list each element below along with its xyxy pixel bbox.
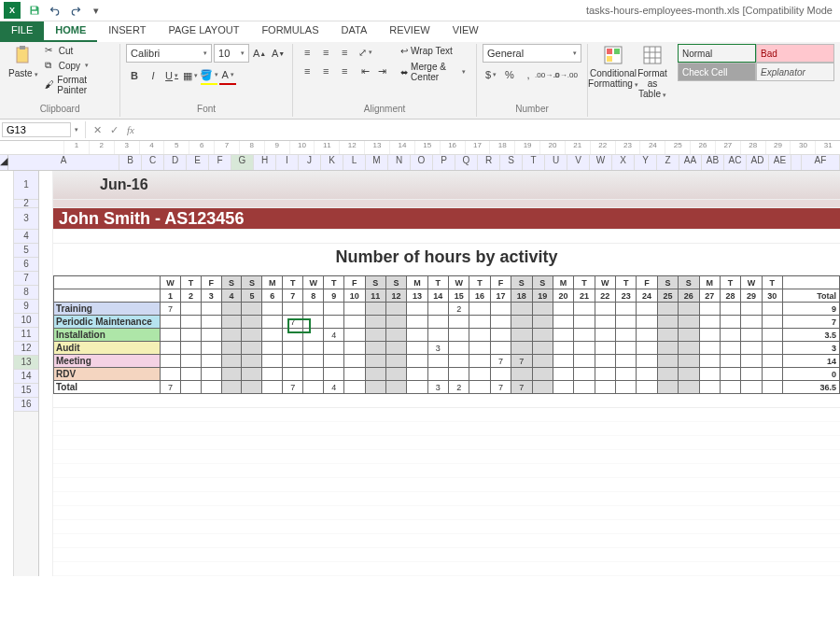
col-header-AC[interactable]: AC <box>724 155 747 170</box>
col-header-H[interactable]: H <box>254 155 276 170</box>
align-right-button[interactable]: ≡ <box>336 63 353 79</box>
row-header-16[interactable]: 16 <box>14 398 38 412</box>
cut-button[interactable]: ✂Cut <box>43 44 114 57</box>
align-middle-button[interactable]: ≡ <box>317 44 334 61</box>
paste-button[interactable]: Paste▾ <box>6 44 41 78</box>
row-header-13[interactable]: 13 <box>14 356 38 370</box>
col-header-L[interactable]: L <box>343 155 366 170</box>
col-header-AE[interactable]: AE <box>769 155 791 170</box>
col-header-T[interactable]: T <box>523 155 545 170</box>
decrease-decimal-button[interactable]: .0→.00 <box>557 66 574 83</box>
tab-page-layout[interactable]: PAGE LAYOUT <box>157 21 250 42</box>
row-header-8[interactable]: 8 <box>14 286 38 300</box>
col-header-AB[interactable]: AB <box>702 155 724 170</box>
col-header-D[interactable]: D <box>164 155 187 170</box>
align-bottom-button[interactable]: ≡ <box>336 44 353 61</box>
merge-center-button[interactable]: ⬌Merge & Center▾ <box>396 60 470 84</box>
name-box[interactable] <box>2 122 71 137</box>
col-header-V[interactable]: V <box>567 155 590 170</box>
col-header-E[interactable]: E <box>187 155 209 170</box>
grow-font-button[interactable]: A▲ <box>251 45 268 62</box>
col-header-N[interactable]: N <box>388 155 411 170</box>
currency-button[interactable]: $▾ <box>483 66 499 83</box>
col-header-AA[interactable]: AA <box>679 155 702 170</box>
italic-button[interactable]: I <box>145 67 161 84</box>
col-header-P[interactable]: P <box>433 155 455 170</box>
row-header-1[interactable]: 1 <box>14 171 38 200</box>
percent-button[interactable]: % <box>501 66 518 83</box>
col-header-Z[interactable]: Z <box>657 155 679 170</box>
conditional-formatting-button[interactable]: ConditionalFormatting▾ <box>594 44 633 89</box>
redo-icon[interactable] <box>67 2 84 19</box>
col-header-J[interactable]: J <box>299 155 321 170</box>
enter-formula-icon[interactable]: ✓ <box>105 124 122 136</box>
row-header-10[interactable]: 10 <box>14 314 38 328</box>
fx-icon[interactable]: fx <box>122 124 139 135</box>
tab-file[interactable]: FILE <box>0 21 44 42</box>
tab-home[interactable]: HOME <box>44 21 97 42</box>
undo-icon[interactable] <box>47 2 63 19</box>
tab-insert[interactable]: INSERT <box>97 21 157 42</box>
align-top-button[interactable]: ≡ <box>299 44 315 61</box>
font-color-button[interactable]: A▾ <box>219 66 236 85</box>
formula-input[interactable] <box>139 123 840 136</box>
row-header-5[interactable]: 5 <box>14 244 38 258</box>
tab-view[interactable]: VIEW <box>441 21 490 42</box>
col-header-K[interactable]: K <box>321 155 343 170</box>
row-header-2[interactable]: 2 <box>14 200 38 208</box>
align-left-button[interactable]: ≡ <box>299 63 315 79</box>
col-header-AD[interactable]: AD <box>747 155 769 170</box>
col-header-[interactable] <box>791 155 802 170</box>
font-name-combo[interactable]: Calibri▾ <box>126 44 212 63</box>
orientation-button[interactable]: ⤢▾ <box>357 44 373 61</box>
col-header-A[interactable]: A <box>8 155 119 170</box>
cancel-formula-icon[interactable]: ✕ <box>89 124 105 136</box>
tab-data[interactable]: DATA <box>330 21 379 42</box>
row-header-6[interactable]: 6 <box>14 258 38 272</box>
row-header-12[interactable]: 12 <box>14 342 38 356</box>
align-center-button[interactable]: ≡ <box>317 63 334 79</box>
row-header-9[interactable]: 9 <box>14 300 38 314</box>
fill-color-button[interactable]: 🪣▾ <box>201 66 217 85</box>
col-header-B[interactable]: B <box>119 155 142 170</box>
col-header-F[interactable]: F <box>209 155 231 170</box>
col-header-M[interactable]: M <box>366 155 388 170</box>
cell-style-normal[interactable]: Normal <box>678 44 756 63</box>
col-header-R[interactable]: R <box>478 155 500 170</box>
cell-style-check[interactable]: Check Cell <box>678 63 756 81</box>
save-icon[interactable] <box>26 2 43 19</box>
col-header-W[interactable]: W <box>590 155 612 170</box>
col-header-Y[interactable]: Y <box>635 155 657 170</box>
select-all-corner[interactable]: ◢ <box>0 155 8 171</box>
col-header-U[interactable]: U <box>545 155 567 170</box>
wrap-text-button[interactable]: ↩Wrap Text <box>396 44 470 58</box>
row-header-14[interactable]: 14 <box>14 370 38 384</box>
col-header-Q[interactable]: Q <box>455 155 478 170</box>
col-header-S[interactable]: S <box>500 155 523 170</box>
col-header-AF[interactable]: AF <box>802 155 840 170</box>
row-header-4[interactable]: 4 <box>14 230 38 244</box>
font-size-combo[interactable]: 10▾ <box>214 44 249 63</box>
format-as-table-button[interactable]: Format asTable▾ <box>633 44 672 99</box>
row-header-15[interactable]: 15 <box>14 384 38 398</box>
qat-dropdown-icon[interactable]: ▾ <box>88 2 105 19</box>
name-box-dropdown-icon[interactable]: ▾ <box>75 126 78 134</box>
worksheet[interactable]: Jun-16 John Smith - AS123456 Number of h… <box>53 171 840 576</box>
col-header-X[interactable]: X <box>612 155 635 170</box>
col-header-I[interactable]: I <box>276 155 299 170</box>
format-painter-button[interactable]: 🖌Format Painter <box>43 74 114 96</box>
col-header-G[interactable]: G <box>231 155 254 170</box>
underline-button[interactable]: U▾ <box>163 67 180 84</box>
tab-formulas[interactable]: FORMULAS <box>250 21 329 42</box>
row-header-7[interactable]: 7 <box>14 272 38 286</box>
bold-button[interactable]: B <box>126 67 143 84</box>
tab-review[interactable]: REVIEW <box>378 21 441 42</box>
shrink-font-button[interactable]: A▼ <box>270 45 287 62</box>
cell-style-bad[interactable]: Bad <box>756 44 834 63</box>
empty-cells[interactable] <box>53 408 840 576</box>
row-header-11[interactable]: 11 <box>14 328 38 342</box>
col-header-C[interactable]: C <box>142 155 164 170</box>
cell-style-explan[interactable]: Explanator <box>756 63 834 81</box>
number-format-combo[interactable]: General▾ <box>483 44 581 63</box>
copy-button[interactable]: ⧉Copy▾ <box>43 59 114 72</box>
